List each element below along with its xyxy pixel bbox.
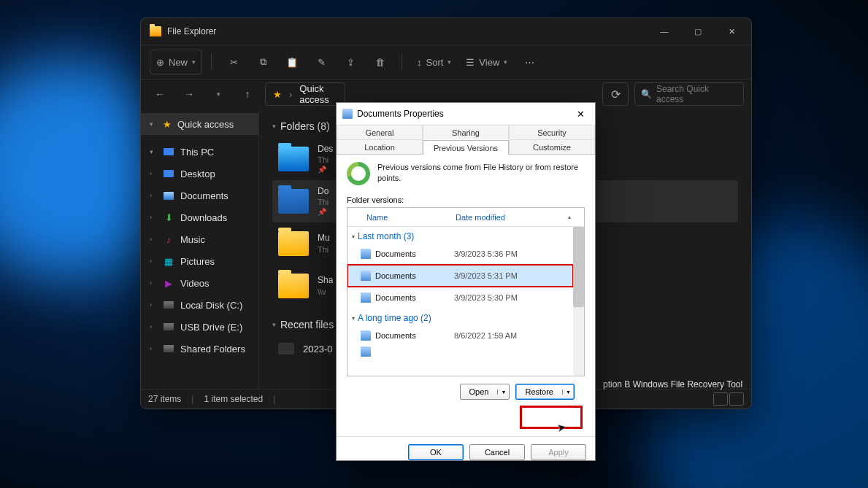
music-icon: ♪: [163, 234, 174, 245]
item-name: Des: [318, 144, 333, 155]
folder-icon: [361, 271, 371, 281]
paste-button[interactable]: 📋: [279, 50, 305, 74]
item-name: Mu: [318, 233, 330, 244]
tab-location[interactable]: Location: [337, 139, 423, 154]
item-name: Do: [318, 186, 329, 198]
row-date: 8/6/2022 1:59 AM: [454, 331, 517, 340]
tab-sharing[interactable]: Sharing: [423, 125, 509, 139]
scroll-thumb[interactable]: [573, 227, 584, 307]
version-row[interactable]: [347, 346, 573, 357]
open-button[interactable]: Open▼: [460, 384, 510, 400]
info-text: Previous versions come from File History…: [377, 162, 585, 185]
address-label: Quick access: [299, 83, 337, 105]
back-button[interactable]: ←: [148, 82, 172, 106]
minimize-button[interactable]: —: [648, 20, 681, 43]
up-button[interactable]: ↑: [236, 82, 259, 106]
folder-icon: [361, 249, 371, 259]
sidebar: ▾★Quick access ▾This PC ›Desktop ›Docume…: [141, 109, 259, 389]
tab-security[interactable]: Security: [509, 125, 595, 139]
sort-button[interactable]: ↕ Sort ▾: [411, 50, 457, 74]
pin-icon: 📌: [318, 207, 329, 217]
column-name[interactable]: Name: [347, 213, 456, 222]
separator: [211, 54, 212, 70]
status-selection: 1 item selected: [204, 394, 263, 404]
list-group[interactable]: ▾A long time ago (2): [347, 309, 573, 325]
disk-icon: [164, 345, 174, 352]
maximize-button[interactable]: ▢: [681, 20, 715, 43]
sidebar-item-local-disk[interactable]: ›Local Disk (C:): [141, 294, 258, 316]
new-button[interactable]: ⊕ New ▾: [150, 50, 202, 74]
close-button[interactable]: ✕: [570, 106, 591, 122]
star-icon: ★: [273, 89, 282, 100]
tab-general[interactable]: General: [337, 125, 423, 139]
tabs: General Sharing Security Location Previo…: [337, 125, 595, 155]
delete-button[interactable]: 🗑: [366, 50, 393, 74]
titlebar[interactable]: File Explorer — ▢ ✕: [141, 18, 751, 44]
recent-button[interactable]: ▾: [207, 82, 230, 106]
dialog-footer: OK Cancel Apply: [337, 436, 595, 467]
folder-icon: [361, 346, 371, 357]
version-row[interactable]: Documents3/9/2023 5:36 PM: [347, 243, 573, 265]
address-bar[interactable]: ★ › Quick access: [265, 82, 345, 106]
sidebar-item-usb-drive[interactable]: ›USB Drive (E:): [141, 316, 258, 338]
row-name: Documents: [375, 331, 454, 340]
ok-button[interactable]: OK: [408, 444, 464, 460]
version-row[interactable]: Documents3/9/2023 5:30 PM: [347, 287, 573, 309]
apply-button[interactable]: Apply: [531, 444, 586, 460]
sidebar-item-desktop[interactable]: ›Desktop: [141, 163, 258, 185]
folder-icon: [150, 26, 161, 36]
sidebar-item-music[interactable]: ›♪Music: [141, 228, 258, 250]
row-date: 3/9/2023 5:36 PM: [454, 249, 518, 258]
view-button[interactable]: ☰ View ▾: [460, 50, 513, 74]
search-input[interactable]: 🔍 Search Quick access: [634, 82, 744, 106]
tab-previous-versions[interactable]: Previous Versions: [423, 140, 509, 155]
list-header: Name Date modified: [347, 208, 584, 227]
restore-button[interactable]: Restore▼: [515, 384, 575, 400]
folder-icon: [278, 274, 309, 298]
sidebar-item-downloads[interactable]: ›⬇Downloads: [141, 206, 258, 228]
folder-icon: [342, 109, 353, 119]
restore-label: Restore: [516, 387, 562, 396]
share-button[interactable]: ⇪: [337, 50, 364, 74]
version-row[interactable]: Documents8/6/2022 1:59 AM: [347, 325, 573, 346]
cut-button[interactable]: ✂: [220, 50, 247, 74]
disk-icon: [164, 323, 174, 330]
refresh-button[interactable]: ⟳: [602, 82, 629, 106]
new-button-label: New: [169, 57, 188, 68]
chevron-down-icon[interactable]: ▼: [562, 390, 574, 395]
copy-button[interactable]: ⧉: [250, 50, 276, 74]
cancel-button[interactable]: Cancel: [469, 444, 525, 460]
view-details-icon[interactable]: [713, 392, 728, 406]
sidebar-item-videos[interactable]: ›▶Videos: [141, 272, 258, 294]
sidebar-item-documents[interactable]: ›Documents: [141, 185, 258, 206]
toolbar: ⊕ New ▾ ✂ ⧉ 📋 ✎ ⇪ 🗑 ↕ Sort ▾ ☰ View ▾ ⋯: [141, 44, 751, 80]
list-group[interactable]: ▾Last month (3): [347, 227, 573, 243]
folder-icon: [278, 231, 309, 256]
sidebar-item-quick-access[interactable]: ▾★Quick access: [141, 113, 258, 135]
close-button[interactable]: ✕: [715, 20, 748, 43]
desktop-icon: [164, 170, 174, 177]
version-row[interactable]: Documents3/9/2023 5:31 PM: [347, 265, 573, 287]
tab-customize[interactable]: Customize: [509, 139, 595, 154]
chevron-down-icon[interactable]: ▼: [497, 390, 509, 395]
folder-icon: [361, 330, 371, 341]
column-date[interactable]: Date modified: [456, 213, 584, 222]
rename-button[interactable]: ✎: [308, 50, 334, 74]
sidebar-label: Documents: [180, 190, 228, 201]
dialog-titlebar[interactable]: Documents Properties ✕: [337, 103, 595, 125]
item-sub: \\v: [318, 287, 333, 297]
item-name: Sha: [318, 275, 333, 287]
item-name: 2023-0: [303, 344, 332, 355]
sidebar-label: Quick access: [177, 119, 234, 130]
sidebar-item-pictures[interactable]: ›▦Pictures: [141, 250, 258, 272]
view-tiles-icon[interactable]: [729, 392, 744, 406]
folder-versions-label: Folder versions:: [347, 195, 585, 204]
scrollbar[interactable]: [573, 227, 584, 376]
forward-button[interactable]: →: [177, 82, 201, 106]
sidebar-item-this-pc[interactable]: ▾This PC: [141, 141, 258, 163]
sidebar-item-shared-folders[interactable]: ›Shared Folders: [141, 338, 258, 360]
row-name: Documents: [375, 249, 454, 258]
more-button[interactable]: ⋯: [516, 50, 542, 74]
view-label: View: [479, 57, 499, 68]
file-icon: [278, 343, 294, 355]
